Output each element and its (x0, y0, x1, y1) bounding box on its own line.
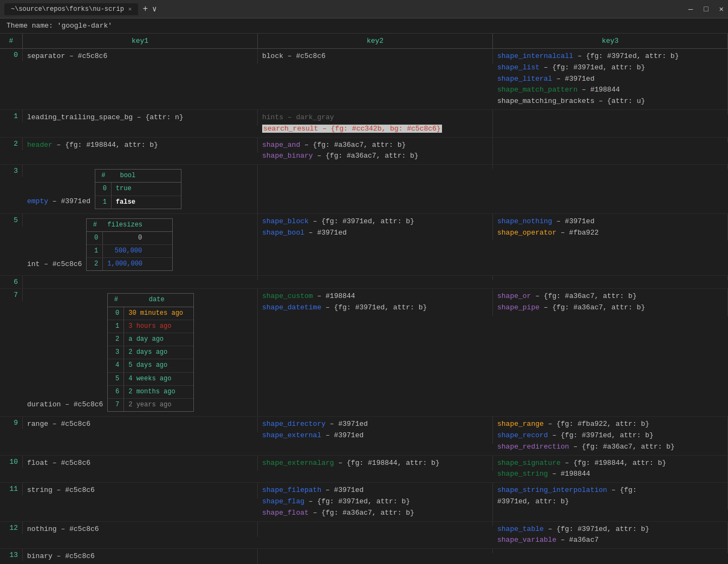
date-col-num: # (108, 294, 124, 306)
row-key1: header – {fg: #198844, attr: b} (23, 138, 258, 153)
tab[interactable]: ~\source\repos\forks\nu-scrip ✕ (4, 3, 138, 15)
date-num: 5 (108, 373, 124, 385)
col-header-key3: key3 (493, 34, 728, 48)
minimize-button[interactable]: — (688, 5, 693, 14)
row-key3: shape_signature – {fg: #198844, attr: b}… (493, 456, 728, 483)
date-val-4: 5 days ago (124, 359, 189, 372)
table-row: 12 nothing – #c5c8c6 shape_table – {fg: … (0, 522, 728, 549)
date-val-0: 30 minutes ago (124, 307, 189, 320)
fs-val-0: 0 (103, 232, 146, 244)
row-num: 3 (0, 165, 23, 177)
date-row-2: 2 a day ago (108, 333, 193, 346)
filesize-col-val: filesizes (103, 219, 146, 231)
row-key1: float – #c5c8c6 (23, 456, 258, 471)
row-key2: block – #c5c8c6 (258, 49, 493, 64)
row-num: 2 (0, 138, 23, 150)
date-val-7: 2 years ago (124, 399, 189, 411)
row-key2: shape_externalarg – {fg: #198844, attr: … (258, 456, 493, 471)
date-num: 1 (108, 320, 124, 333)
row-key2: shape_block – {fg: #3971ed, attr: b} sha… (258, 214, 493, 241)
filesize-table-header: # filesizes (87, 219, 172, 232)
row-key1: range – #c5c8c6 (23, 417, 258, 432)
date-num: 7 (108, 399, 124, 411)
date-val-1: 3 hours ago (124, 320, 189, 333)
col-header-key1: key1 (23, 34, 258, 48)
table-row: 7 duration – #c5c8c6 # date 0 30 minutes… (0, 289, 728, 417)
table-row: 5 int – #c5c8c6 # filesizes 0 0 1 500,00 (0, 214, 728, 276)
date-num: 3 (108, 346, 124, 359)
fs-val-2: 1,000,000 (103, 258, 146, 270)
content-area: Theme name: 'google-dark' # key1 key2 ke… (0, 18, 728, 564)
row-num: 12 (0, 522, 23, 534)
titlebar: ~\source\repos\forks\nu-scrip ✕ + ∨ — □ … (0, 0, 728, 18)
row-key1: leading_trailing_space_bg – {attr: n} (23, 110, 258, 126)
row-num: 1 (0, 110, 23, 122)
table-header: # key1 key2 key3 (0, 34, 728, 49)
date-row-6: 6 2 months ago (108, 386, 193, 399)
table-row: 11 string – #c5c8c6 shape_filepath – #39… (0, 483, 728, 521)
row-num: 5 (0, 214, 23, 226)
date-val-2: a day ago (124, 333, 189, 346)
date-row-7: 7 2 years ago (108, 399, 193, 411)
row-key2 (258, 165, 493, 169)
filesize-row-0: 0 0 (87, 232, 172, 245)
table-row: 6 (0, 276, 728, 289)
table-row: 1 leading_trailing_space_bg – {attr: n} … (0, 110, 728, 138)
date-val-3: 2 days ago (124, 346, 189, 359)
filesize-inner-table: # filesizes 0 0 1 500,000 2 1,000,000 (86, 218, 173, 271)
restore-button[interactable]: □ (704, 5, 708, 14)
date-num: 6 (108, 386, 124, 398)
date-col-val: date (124, 294, 189, 306)
close-button[interactable]: ✕ (719, 4, 724, 14)
bool-inner-table: # bool 0 true 1 false (95, 169, 181, 209)
bool-row-num: 1 (95, 196, 112, 209)
row-key2: shape_directory – #3971ed shape_external… (258, 417, 493, 444)
row-key3: shape_table – {fg: #3971ed, attr: b} sha… (493, 522, 728, 549)
date-row-1: 1 3 hours ago (108, 320, 193, 333)
theme-name-line: Theme name: 'google-dark' (0, 18, 728, 34)
bool-val-true: true (112, 183, 144, 195)
row-key3 (493, 110, 728, 114)
date-table-header: # date (108, 294, 193, 307)
date-row-0: 0 30 minutes ago (108, 307, 193, 320)
new-tab-button[interactable]: + (142, 4, 148, 14)
row-key3: shape_string_interpolation – {fg:#3971ed… (493, 483, 728, 510)
fs-val-1: 500,000 (103, 245, 146, 257)
filesize-col-num: # (87, 219, 103, 231)
table-row: 3 empty – #3971ed # bool 0 true 1 false (0, 165, 728, 214)
bool-val-false: false (112, 196, 144, 209)
row-key3 (493, 549, 728, 553)
fs-num: 0 (87, 232, 103, 244)
row-key1: string – #c5c8c6 (23, 483, 258, 498)
row-key2: shape_filepath – #3971ed shape_flag – {f… (258, 483, 493, 521)
row-key2 (258, 522, 493, 526)
tab-close-icon[interactable]: ✕ (128, 5, 132, 12)
date-row-4: 4 5 days ago (108, 359, 193, 372)
col-header-key2: key2 (258, 34, 493, 48)
row-key2: shape_and – {fg: #a36ac7, attr: b} shape… (258, 138, 493, 165)
tab-dropdown-icon[interactable]: ∨ (152, 4, 157, 14)
date-num: 2 (108, 333, 124, 346)
date-val-5: 4 weeks ago (124, 373, 189, 385)
date-num: 0 (108, 307, 124, 320)
row-key1: nothing – #c5c8c6 (23, 522, 258, 537)
row-num: 13 (0, 549, 23, 561)
row-num: 6 (0, 276, 23, 288)
fs-num: 1 (87, 245, 103, 257)
bool-col-num: # (95, 170, 112, 182)
row-key2: hints – dark_gray search_result – {fg: #… (258, 110, 493, 137)
row-key1: int – #c5c8c6 # filesizes 0 0 1 500,000 (23, 214, 258, 276)
row-key1: binary – #c5c8c6 (23, 549, 258, 564)
filesize-row-1: 1 500,000 (87, 245, 172, 258)
bool-row-0: 0 true (95, 183, 181, 196)
tab-label: ~\source\repos\forks\nu-scrip (11, 5, 124, 13)
row-num: 9 (0, 417, 23, 429)
row-num: 0 (0, 49, 23, 61)
row-key1: separator – #c5c8c6 (23, 49, 258, 64)
row-key2: shape_custom – #198844 shape_datetime – … (258, 289, 493, 316)
row-key3: shape_or – {fg: #a36ac7, attr: b} shape_… (493, 289, 728, 316)
row-key3 (493, 165, 728, 169)
bool-table-header: # bool (95, 170, 181, 183)
table-row: 2 header – {fg: #198844, attr: b} shape_… (0, 138, 728, 165)
table-row: 13 binary – #c5c8c6 (0, 549, 728, 564)
